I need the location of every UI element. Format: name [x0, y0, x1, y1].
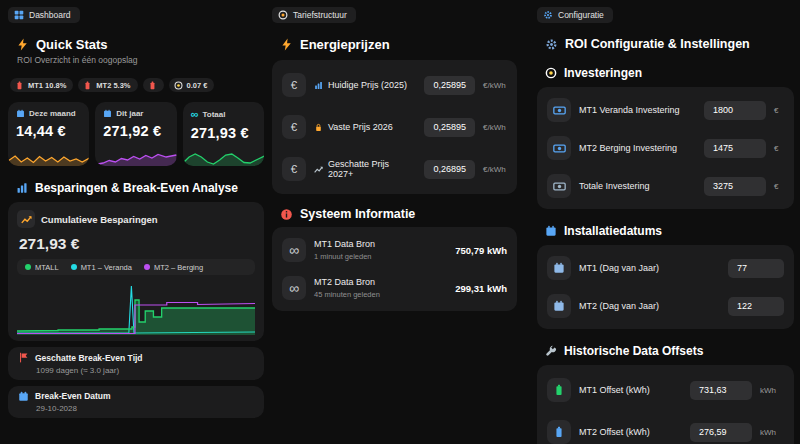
currency-eur-icon: € [282, 73, 306, 97]
gear-icon [545, 38, 558, 51]
investment-input[interactable]: 3275 [704, 177, 766, 196]
badge-label: 0.07 € [187, 81, 208, 90]
analysis-heading: Besparingen & Break-Even Analyse [16, 181, 264, 195]
badge-mt2-roi[interactable]: MT2 5.3% [78, 78, 137, 92]
badge-mt1-roi[interactable]: MT1 10.8% [10, 78, 73, 92]
price-unit: €/kWh [483, 81, 507, 90]
stat-card-month[interactable]: Deze maand 14,44 € [8, 102, 89, 166]
column-config: Configuratie ROI Configuratie & Instelli… [537, 6, 794, 444]
wrench-icon [545, 345, 557, 357]
cumulative-savings-chart [17, 281, 255, 335]
stat-card-year[interactable]: Dit jaar 271,92 € [95, 102, 176, 166]
battery-icon [83, 81, 92, 90]
info-icon [280, 208, 293, 221]
source-updated: 45 minuten geleden [314, 290, 447, 299]
install-dates-heading: Installatiedatums [545, 224, 794, 238]
install-dates-title: Installatiedatums [564, 224, 662, 238]
investment-row-mt2[interactable]: MT2 Berging Investering 1475 € [547, 129, 784, 167]
lightning-icon [16, 38, 29, 51]
price-row-estimated-2027[interactable]: € Geschatte Prijs 2027+ 0,26895 €/kWh [282, 148, 507, 190]
price-input[interactable]: 0,25895 [424, 118, 475, 137]
data-source-row-mt1[interactable]: ∞ MT1 Data Bron 1 minuut geleden 750,79 … [282, 231, 507, 269]
price-row-fixed-2026[interactable]: € Vaste Prijs 2026 0,25895 €/kWh [282, 106, 507, 148]
gear-icon [543, 10, 553, 20]
calendar-icon [18, 391, 29, 402]
price-input[interactable]: 0,25895 [424, 76, 475, 95]
source-label: MT1 Data Bron [314, 239, 375, 249]
sparkline-total [183, 150, 264, 166]
stat-badges: MT1 10.8% MT2 5.3% 0.07 € [10, 78, 264, 92]
stat-value: 271,93 € [191, 125, 256, 141]
price-unit: €/kWh [483, 165, 507, 174]
investment-unit: € [774, 182, 784, 191]
legend-item-mt1[interactable]: MT1 – Veranda [71, 263, 132, 272]
source-value: 750,79 kWh [455, 245, 507, 256]
badge-price[interactable]: 0.07 € [169, 78, 215, 92]
price-input[interactable]: 0,26895 [424, 160, 475, 179]
install-dates-card: MT1 (Dag van Jaar) 77 MT2 (Dag van Jaar)… [537, 245, 794, 329]
sparkline-year [95, 150, 176, 166]
break-even-date-card[interactable]: Break-Even Datum 29-10-2028 [8, 386, 264, 419]
view-chip-label: Dashboard [29, 10, 71, 20]
battery-icon [148, 81, 157, 90]
offset-input[interactable]: 731,63 [690, 381, 752, 400]
legend-label: MT1 – Veranda [81, 263, 132, 272]
offsets-card: MT1 Offset (kWh) 731,63 kWh MT2 Offset (… [537, 365, 794, 444]
roi-config-heading: ROI Configuratie & Instellingen [545, 37, 794, 51]
view-chip-dashboard[interactable]: Dashboard [8, 7, 80, 23]
stat-value: 271,92 € [103, 123, 168, 139]
sparkline-month [8, 150, 89, 166]
offset-input[interactable]: 276,59 [690, 423, 752, 442]
view-chip-config[interactable]: Configuratie [537, 7, 613, 23]
infinity-icon: ∞ [282, 276, 306, 300]
stat-card-total[interactable]: ∞ Totaal 271,93 € [183, 102, 264, 166]
install-date-label: MT2 (Dag van Jaar) [579, 301, 659, 311]
break-even-time-card[interactable]: Geschatte Break-Even Tijd 1099 dagen (≈ … [8, 347, 264, 380]
install-date-row-mt2[interactable]: MT2 (Dag van Jaar) 122 [547, 287, 784, 325]
data-source-row-mt2[interactable]: ∞ MT2 Data Bron 45 minuten geleden 299,3… [282, 269, 507, 307]
money-coin-icon [545, 67, 557, 79]
install-date-row-mt1[interactable]: MT1 (Dag van Jaar) 77 [547, 249, 784, 287]
stat-label: Dit jaar [116, 109, 143, 118]
investment-label: MT1 Veranda Investering [579, 105, 680, 115]
energy-prices-heading: Energieprijzen [280, 37, 517, 52]
badge-battery[interactable] [143, 78, 164, 92]
offsets-title: Historische Data Offsets [564, 344, 703, 358]
install-date-input[interactable]: 122 [728, 297, 784, 316]
badge-label: MT2 5.3% [96, 81, 130, 90]
investment-input[interactable]: 1800 [704, 101, 766, 120]
price-label: Huidige Prijs (2025) [328, 80, 407, 90]
quick-stats-title: Quick Stats [36, 37, 108, 52]
investment-input[interactable]: 1475 [704, 139, 766, 158]
install-date-input[interactable]: 77 [728, 259, 784, 278]
legend-label: MTALL [35, 263, 59, 272]
legend-item-mt2[interactable]: MT2 – Berging [144, 263, 203, 272]
calendar-icon [547, 294, 571, 318]
system-info-title: Systeem Informatie [300, 207, 415, 221]
trending-up-icon [21, 214, 32, 225]
legend-item-mtall[interactable]: MTALL [25, 263, 59, 272]
lightning-icon [280, 38, 293, 51]
offset-row-mt2[interactable]: MT2 Offset (kWh) 276,59 kWh [547, 411, 784, 444]
cumulative-savings-card[interactable]: Cumulatieve Besparingen 271,93 € MTALL M… [8, 202, 264, 341]
legend-dot-purple [144, 264, 150, 270]
view-chip-tariff[interactable]: Tariefstructuur [272, 7, 356, 23]
legend-dot-cyan [71, 264, 77, 270]
system-info-heading: Systeem Informatie [280, 207, 517, 221]
stat-cards: Deze maand 14,44 € Dit jaar 271,92 € [8, 102, 264, 166]
coin-icon [174, 81, 183, 90]
price-label: Geschatte Prijs 2027+ [328, 159, 416, 179]
trending-up-icon [314, 165, 323, 174]
stat-label: Totaal [203, 110, 226, 119]
offset-row-mt1[interactable]: MT1 Offset (kWh) 731,63 kWh [547, 369, 784, 411]
investments-title: Investeringen [564, 66, 642, 80]
calendar-icon [16, 109, 25, 118]
calendar-icon [547, 256, 571, 280]
investment-row-mt1[interactable]: MT1 Veranda Investering 1800 € [547, 91, 784, 129]
bar-chart-icon [314, 81, 323, 90]
price-row-current[interactable]: € Huidige Prijs (2025) 0,25895 €/kWh [282, 64, 507, 106]
chart-legend: MTALL MT1 – Veranda MT2 – Berging [17, 259, 255, 275]
investment-row-total[interactable]: Totale Investering 3275 € [547, 167, 784, 205]
view-chip-label: Configuratie [558, 10, 604, 20]
investment-label: Totale Investering [579, 181, 650, 191]
